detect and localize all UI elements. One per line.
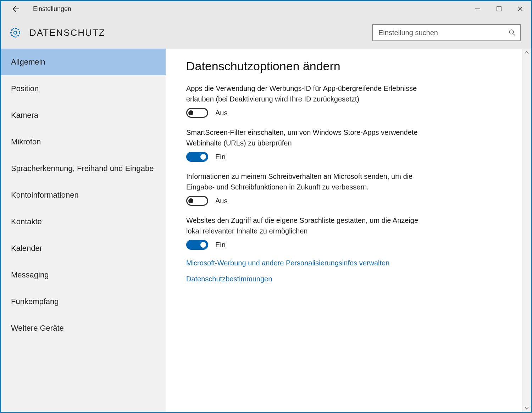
content-area: Datenschutzoptionen ändern Apps die Verw… [166,49,531,412]
sidebar-item-label: Mikrofon [11,137,41,147]
toggle-typing-info[interactable] [186,196,208,206]
setting-description: Informationen zu meinem Schreibverhalten… [186,171,420,192]
gear-icon [9,26,22,39]
toggle-advertising-id[interactable] [186,108,208,118]
setting-advertising-id: Apps die Verwendung der Werbungs-ID für … [186,83,512,118]
chevron-up-icon [525,51,529,54]
window-title: Einstellungen [33,5,71,13]
toggle-state-label: Aus [215,197,227,205]
body: Allgemein Position Kamera Mikrofon Sprac… [1,49,531,412]
close-button[interactable] [510,1,531,17]
sidebar-item-allgemein[interactable]: Allgemein [1,49,166,75]
sidebar-item-label: Messaging [11,270,49,280]
svg-point-6 [509,30,514,34]
sidebar-item-label: Kontakte [11,217,42,226]
setting-typing-info: Informationen zu meinem Schreibverhalten… [186,171,512,206]
sidebar-item-label: Weitere Geräte [11,324,64,333]
page-title: DATENSCHUTZ [29,27,105,38]
toggle-state-label: Ein [215,241,226,249]
sidebar-item-position[interactable]: Position [1,75,166,102]
setting-description: Apps die Verwendung der Werbungs-ID für … [186,83,420,104]
minimize-icon [475,6,481,12]
search-box[interactable] [372,24,521,41]
titlebar: Einstellungen [1,1,531,17]
sidebar-item-mikrofon[interactable]: Mikrofon [1,128,166,155]
setting-description: SmartScreen-Filter einschalten, um von W… [186,127,420,148]
scroll-down-button[interactable] [522,404,531,412]
sidebar-item-messaging[interactable]: Messaging [1,261,166,288]
sidebar-item-label: Funkempfang [11,297,59,306]
arrow-left-icon [11,5,20,13]
search-input[interactable] [378,28,508,37]
sidebar-item-kamera[interactable]: Kamera [1,102,166,128]
page-header: DATENSCHUTZ [1,17,531,49]
sidebar-item-kalender[interactable]: Kalender [1,235,166,261]
sidebar: Allgemein Position Kamera Mikrofon Sprac… [1,49,166,412]
svg-rect-1 [497,7,501,11]
sidebar-item-label: Allgemein [11,57,45,67]
sidebar-item-label: Kontoinformationen [11,191,79,200]
toggle-state-label: Ein [215,153,226,161]
back-button[interactable] [8,2,22,16]
setting-description: Websites den Zugriff auf die eigene Spra… [186,215,420,236]
content-heading: Datenschutzoptionen ändern [186,59,512,73]
sidebar-item-kontoinformationen[interactable]: Kontoinformationen [1,182,166,208]
minimize-button[interactable] [467,1,488,17]
sidebar-item-label: Spracherkennung, Freihand und Eingabe [11,164,154,173]
sidebar-item-funkempfang[interactable]: Funkempfang [1,288,166,315]
link-privacy-statement[interactable]: Datenschutzbestimmungen [186,275,512,283]
toggle-language-list[interactable] [186,240,208,250]
sidebar-item-label: Kamera [11,111,38,120]
toggle-smartscreen[interactable] [186,152,208,162]
sidebar-item-weitere-geraete[interactable]: Weitere Geräte [1,315,166,341]
vertical-scrollbar[interactable] [522,49,531,412]
sidebar-item-label: Position [11,84,39,93]
svg-line-7 [513,34,515,35]
search-icon [508,29,516,37]
sidebar-item-label: Kalender [11,244,42,253]
maximize-button[interactable] [488,1,510,17]
setting-smartscreen: SmartScreen-Filter einschalten, um von W… [186,127,512,162]
sidebar-item-kontakte[interactable]: Kontakte [1,208,166,235]
sidebar-item-spracherkennung[interactable]: Spracherkennung, Freihand und Eingabe [1,155,166,182]
chevron-down-icon [525,406,529,410]
settings-window: Einstellungen DATENSCHUTZ [0,0,532,413]
maximize-icon [496,6,502,12]
svg-point-4 [14,31,17,34]
scroll-up-button[interactable] [522,49,531,56]
window-controls [467,1,531,17]
setting-language-list: Websites den Zugriff auf die eigene Spra… [186,215,512,250]
close-icon [517,6,523,12]
toggle-state-label: Aus [215,109,227,117]
link-manage-advertising[interactable]: Microsoft-Werbung und andere Personalisi… [186,259,512,267]
